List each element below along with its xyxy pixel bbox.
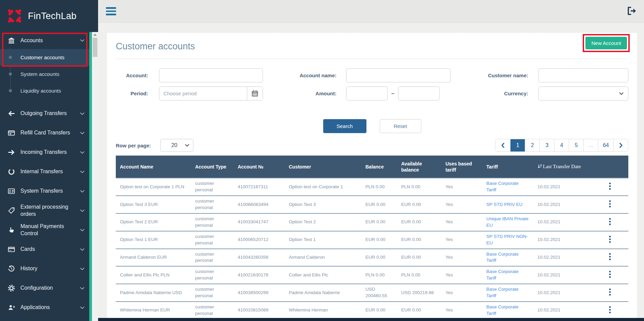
tariff-link[interactable]: SP STD PRIV EU (486, 202, 522, 207)
cell-last-transfer-date: 10.02.2021 (533, 213, 591, 231)
pagination-next-icon[interactable] (613, 139, 628, 151)
pagination-page-button[interactable]: 3 (539, 139, 554, 151)
cell-balance: EUR 0.00 (361, 249, 397, 267)
chevron-down-icon (619, 92, 624, 95)
customer-name-input[interactable] (538, 68, 628, 82)
cell-account-number: 410010815089 (234, 302, 285, 319)
table-row: Collier and Ellis Plc PLN customer perso… (116, 266, 628, 284)
tariff-link[interactable]: Base Corporate Tariff (486, 304, 519, 316)
cell-customer: Whilemina Herman (285, 302, 361, 319)
currency-label: Currency: (481, 91, 528, 96)
col-balance: Balance (361, 156, 397, 178)
row-per-page-select[interactable]: 20 (160, 139, 193, 152)
sidebar-item[interactable]: Configuration (0, 278, 89, 298)
kebab-menu-icon[interactable] (607, 182, 613, 192)
history-icon (7, 265, 16, 272)
sidebar-item-accounts[interactable]: Accounts (0, 32, 89, 49)
period-label: Period: (116, 91, 148, 96)
pagination-page-button[interactable]: 4 (554, 139, 569, 151)
sidebar-subitem[interactable]: Liquidity accounts (0, 82, 89, 99)
main-area: Customer accounts New Account Account: A… (98, 0, 644, 321)
cell-account-number: 410038500299 (234, 284, 285, 302)
account-input[interactable] (159, 68, 263, 82)
amount-min-input[interactable] (346, 86, 388, 100)
new-account-button[interactable]: New Account (585, 37, 627, 49)
customer-accounts-card: Customer accounts New Account Account: A… (107, 32, 638, 321)
tariff-link[interactable]: Base Corporate Tariff (486, 287, 519, 298)
amount-max-input[interactable] (398, 86, 440, 100)
cell-customer: Armand Calderon (285, 249, 361, 267)
chevron-down-icon (185, 144, 189, 147)
cell-account-type: customer personal (191, 249, 234, 267)
chevron-down-icon (79, 306, 84, 309)
table-row: Whilemina Herman EUR customer personal 4… (116, 302, 628, 319)
accounts-table: Account Name Account Type Account № Cust… (116, 156, 628, 321)
sidebar-item[interactable]: Cards (0, 240, 89, 259)
sidebar-item[interactable]: History (0, 259, 89, 278)
tariff-link[interactable]: Base Corporate Tariff (486, 269, 519, 280)
pagination-page-button[interactable]: ... (583, 139, 598, 151)
sidebar-item[interactable]: Outgoing Transfers (0, 104, 89, 123)
pagination-page-button[interactable]: 1 (510, 139, 525, 151)
currency-select[interactable] (538, 86, 628, 100)
cell-last-transfer-date: 10.02.2021 (533, 196, 591, 213)
reset-button[interactable]: Reset (380, 119, 421, 133)
kebab-menu-icon[interactable] (607, 235, 613, 245)
kebab-menu-icon[interactable] (607, 288, 613, 298)
kebab-menu-icon[interactable] (607, 252, 613, 262)
cell-tariff: SP STD PRIV EU (482, 196, 533, 213)
cell-actions (591, 284, 628, 302)
kebab-menu-icon[interactable] (607, 305, 613, 315)
sidebar-item[interactable]: Internal Transfers (0, 162, 89, 181)
scrollbar-up-arrow[interactable] (92, 32, 98, 37)
cell-account-name: Option Test 3 EUR (116, 196, 191, 213)
sidebar-item[interactable]: Incoming Transfers (0, 143, 89, 162)
scrollbar-thumb[interactable] (93, 38, 97, 57)
kebab-menu-icon[interactable] (607, 199, 613, 209)
sidebar-item[interactable]: System Transfers (0, 181, 89, 201)
cell-last-transfer-date: 10.02.2021 (533, 178, 591, 196)
tariff-link[interactable]: Base Corporate Tariff (486, 252, 519, 263)
account-name-input[interactable] (346, 68, 451, 82)
pagination-page-button[interactable]: 5 (569, 139, 583, 151)
sidebar-subitem-label: Liquidity accounts (20, 88, 61, 94)
cell-actions (591, 178, 628, 196)
col-last-transfer-date[interactable]: Last Transfer Date (533, 156, 591, 178)
hand-icon (7, 226, 16, 234)
sidebar-item[interactable]: Refill Card Transfers (0, 123, 89, 143)
cell-last-transfer-date: 10.02.2021 (533, 231, 591, 249)
sidebar-item[interactable]: External processing orders (0, 201, 89, 220)
sidebar-item-label: Applications (20, 302, 79, 314)
pagination-prev-icon[interactable] (496, 139, 510, 151)
kebab-menu-icon[interactable] (607, 270, 613, 280)
bank-icon (7, 37, 16, 44)
cell-uses-based-tariff: Yes (441, 196, 482, 213)
cell-tariff: Base Corporate Tariff (482, 178, 533, 196)
search-button[interactable]: Search (323, 119, 366, 133)
pagination-page-button[interactable]: 2 (525, 139, 539, 151)
tariff-link[interactable]: Base Corporate Tariff (486, 181, 519, 192)
tariff-link[interactable]: Unique IBAN Private EU (486, 216, 529, 228)
cell-available-balance: PLN 0.00 (397, 266, 441, 284)
logout-icon[interactable] (626, 6, 638, 17)
sidebar-scrollbar[interactable] (92, 32, 98, 321)
period-input[interactable] (159, 87, 247, 100)
sidebar-subitem[interactable]: System accounts (0, 66, 89, 82)
chevron-down-icon (79, 132, 84, 134)
sidebar-item[interactable]: Manual Payments Control (0, 220, 89, 240)
tariff-link[interactable]: SP STD PRIV NON-EU (486, 234, 528, 245)
col-available-balance: Available balance (397, 156, 441, 178)
calendar-icon[interactable] (247, 87, 263, 100)
cell-tariff: Unique IBAN Private EU (482, 213, 533, 231)
circle-icon (7, 168, 16, 175)
hamburger-menu-icon[interactable] (105, 6, 117, 17)
sidebar-subitem[interactable]: Customer accounts (0, 49, 89, 66)
chevron-down-icon (79, 190, 84, 193)
cell-actions (591, 196, 628, 213)
cell-tariff: Base Corporate Tariff (482, 284, 533, 302)
kebab-menu-icon[interactable] (607, 217, 613, 227)
sidebar-item[interactable]: Applications (0, 298, 89, 317)
pagination-page-button[interactable]: 64 (598, 139, 613, 151)
table-header-row: Account Name Account Type Account № Cust… (116, 156, 628, 178)
cell-available-balance: EUR 0.00 (397, 302, 441, 319)
